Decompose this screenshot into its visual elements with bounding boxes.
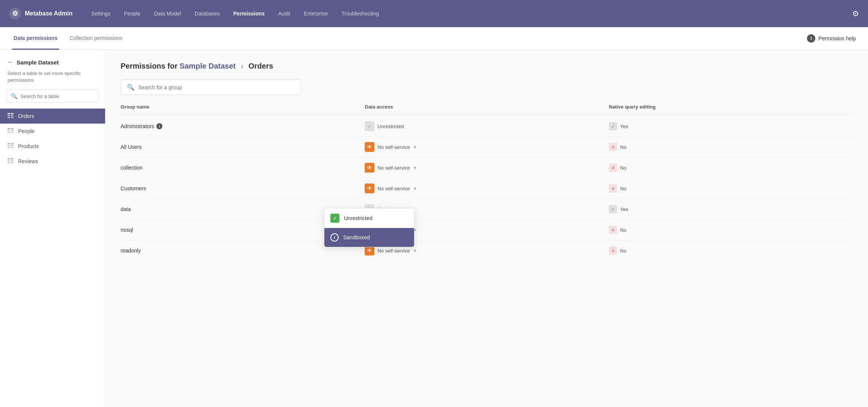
table-row: nosql 👁 No self-service ▾ ✕ No <box>121 220 853 240</box>
svg-rect-17 <box>11 147 14 148</box>
dropdown-chevron[interactable]: ▾ <box>414 248 416 254</box>
nav-people[interactable]: People <box>117 2 147 26</box>
svg-rect-2 <box>8 115 10 116</box>
sandboxed-icon: i <box>330 233 339 242</box>
table-item-orders[interactable]: Orders <box>0 109 105 124</box>
nav-enterprise[interactable]: Enterprise <box>297 2 335 26</box>
nav-settings[interactable]: Settings <box>85 2 118 26</box>
nav-databases[interactable]: Databases <box>188 2 226 26</box>
svg-rect-8 <box>8 130 10 131</box>
settings-icon[interactable]: ⚙ <box>852 9 859 18</box>
sidebar-search-input[interactable] <box>20 93 94 99</box>
dropdown-chevron[interactable]: ▾ <box>414 144 416 150</box>
svg-rect-11 <box>11 132 14 133</box>
svg-rect-10 <box>8 132 10 133</box>
native-yes-icon: ✓ <box>609 205 617 213</box>
table-item-reviews-label: Reviews <box>18 158 38 164</box>
native-cell-data: ✓ Yes <box>609 205 853 213</box>
col-group-name: Group name <box>121 104 365 110</box>
table-item-people-label: People <box>18 128 35 134</box>
tab-data-permissions[interactable]: Data permissions <box>12 27 59 50</box>
permission-help-icon: i <box>807 34 815 43</box>
nav-troubleshooting[interactable]: Troubleshooting <box>335 2 386 26</box>
table-row: data ✓ Unrestricted ✓ Yes <box>121 199 853 220</box>
group-name-readonly: readonly <box>121 248 365 254</box>
dropdown-chevron[interactable]: ▾ <box>414 185 416 191</box>
table-grid-icon <box>8 113 14 119</box>
brand: ⚙ Metabase Admin <box>9 8 73 20</box>
group-search-input[interactable] <box>138 84 295 90</box>
permission-help-button[interactable]: i Permission help <box>807 34 856 43</box>
db-name-link[interactable]: Sample Dataset <box>180 62 236 70</box>
tabs-left: Data permissions Collection permissions <box>12 27 133 49</box>
sub-tabs: Data permissions Collection permissions … <box>0 27 868 50</box>
native-cell-customers: ✕ No <box>609 184 853 193</box>
svg-rect-22 <box>8 162 10 163</box>
svg-rect-1 <box>11 113 14 114</box>
table-list: Orders People <box>0 109 105 169</box>
dropdown-chevron[interactable]: ▾ <box>414 165 416 171</box>
table-row: All Users 👁 No self-service ▾ ✕ No <box>121 137 853 158</box>
sidebar-search-box: 🔍 <box>6 90 99 103</box>
svg-rect-12 <box>8 143 10 144</box>
native-cell-all-users: ✕ No <box>609 143 853 151</box>
group-search-box: 🔍 <box>121 80 301 95</box>
svg-rect-20 <box>8 160 10 161</box>
permissions-table: Group name Data access Native query edit… <box>121 104 853 261</box>
svg-rect-23 <box>11 162 14 163</box>
table-row: collection 👁 No self-service ▾ ✕ No <box>121 158 853 178</box>
group-name-all-users: All Users <box>121 144 365 150</box>
table-item-products-label: Products <box>18 143 39 149</box>
group-name-customers: Customers <box>121 185 365 191</box>
svg-rect-15 <box>11 145 14 146</box>
svg-rect-19 <box>11 158 14 159</box>
svg-rect-14 <box>8 145 10 146</box>
eye-icon: 👁 <box>365 184 374 193</box>
sidebar-dataset-name: Sample Dataset <box>17 59 59 66</box>
permissions-title: Permissions for Sample Dataset › Orders <box>121 62 853 70</box>
native-no-icon: ✕ <box>609 164 617 172</box>
title-prefix: Permissions for <box>121 62 177 70</box>
sidebar: ← Sample Dataset Select a table to set m… <box>0 50 105 407</box>
group-search-icon: 🔍 <box>127 84 134 91</box>
nav-audit[interactable]: Audit <box>272 2 297 26</box>
access-cell-collection[interactable]: 👁 No self-service ▾ <box>365 163 609 173</box>
table-item-people[interactable]: People <box>0 124 105 139</box>
sidebar-back-button[interactable]: ← Sample Dataset <box>0 59 105 70</box>
table-item-reviews[interactable]: Reviews <box>0 154 105 169</box>
native-cell-administrators: ✓ Yes <box>609 122 853 130</box>
native-no-icon: ✕ <box>609 226 617 234</box>
col-data-access: Data access <box>365 104 609 110</box>
svg-rect-6 <box>8 128 10 129</box>
back-arrow-icon: ← <box>8 59 14 66</box>
access-cell-customers[interactable]: 👁 No self-service ▾ <box>365 184 609 193</box>
table-grid-icon-products <box>8 143 14 149</box>
dropdown-item-sandboxed[interactable]: i Sandboxed <box>324 228 414 247</box>
svg-rect-7 <box>11 128 14 129</box>
sidebar-description: Select a table to set more specific perm… <box>0 70 105 90</box>
dropdown-item-unrestricted[interactable]: ✓ Unrestricted <box>324 208 414 228</box>
tab-collection-permissions[interactable]: Collection permissions <box>68 27 124 50</box>
access-badge: 👁 No self-service <box>365 142 410 152</box>
main-layout: ← Sample Dataset Select a table to set m… <box>0 50 868 407</box>
nav-data-model[interactable]: Data Model <box>147 2 188 26</box>
svg-rect-9 <box>11 130 14 131</box>
unrestricted-icon: ✓ <box>330 214 339 223</box>
dropdown-item-unrestricted-label: Unrestricted <box>344 215 372 221</box>
access-cell-all-users[interactable]: 👁 No self-service ▾ <box>365 142 609 152</box>
table-item-orders-label: Orders <box>18 113 34 119</box>
table-row: readonly 👁 No self-service ▾ ✕ No <box>121 240 853 261</box>
access-dropdown-menu: ✓ Unrestricted i Sandboxed <box>324 208 414 247</box>
svg-rect-18 <box>8 158 10 159</box>
nav-permissions[interactable]: Permissions <box>226 2 271 26</box>
permission-help-label: Permission help <box>818 35 856 41</box>
table-item-products[interactable]: Products <box>0 139 105 154</box>
brand-title: Metabase Admin <box>25 10 73 17</box>
access-cell-administrators: ✓ Unrestricted <box>365 121 609 131</box>
brand-gear-icon: ⚙ <box>9 8 21 20</box>
sidebar-search-icon: 🔍 <box>11 93 17 99</box>
info-icon-administrators[interactable]: i <box>156 123 162 129</box>
nav-links: Settings People Data Model Databases Per… <box>85 2 852 26</box>
top-nav: ⚙ Metabase Admin Settings People Data Mo… <box>0 0 868 27</box>
native-no-icon: ✕ <box>609 143 617 151</box>
